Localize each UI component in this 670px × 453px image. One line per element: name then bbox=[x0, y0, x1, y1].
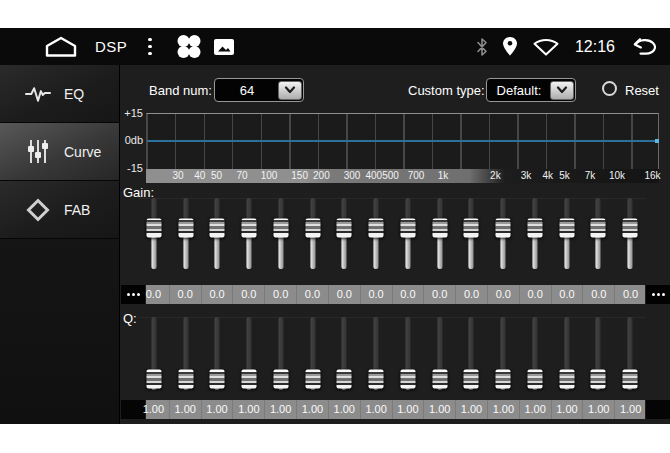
slider-thumb[interactable] bbox=[337, 369, 352, 388]
sidebar-item-label: FAB bbox=[64, 202, 90, 218]
slider-thumb[interactable] bbox=[527, 219, 542, 238]
q-slider[interactable] bbox=[519, 317, 551, 393]
slider-thumb[interactable] bbox=[305, 219, 320, 238]
slider-thumb[interactable] bbox=[623, 219, 638, 238]
slider-thumb[interactable] bbox=[210, 369, 225, 388]
slider-thumb[interactable] bbox=[400, 219, 415, 238]
more-right-icon[interactable] bbox=[646, 285, 670, 304]
freq-tick-label: 40 bbox=[194, 170, 205, 181]
y-axis-label-minus15: -15 bbox=[121, 162, 143, 174]
q-value: 1.00 bbox=[232, 400, 264, 419]
q-value: 1.00 bbox=[296, 400, 328, 419]
gain-slider[interactable] bbox=[297, 198, 329, 272]
slider-thumb[interactable] bbox=[369, 219, 384, 238]
gain-slider[interactable] bbox=[551, 198, 583, 272]
gain-slider[interactable] bbox=[614, 198, 646, 272]
slider-thumb[interactable] bbox=[559, 219, 574, 238]
slider-thumb[interactable] bbox=[527, 369, 542, 388]
freq-tick-label: 400 bbox=[365, 170, 382, 181]
gallery-icon[interactable] bbox=[214, 39, 234, 55]
slider-thumb[interactable] bbox=[591, 219, 606, 238]
q-slider[interactable] bbox=[456, 317, 488, 393]
gain-slider[interactable] bbox=[329, 198, 361, 272]
q-slider[interactable] bbox=[487, 317, 519, 393]
slider-thumb[interactable] bbox=[432, 369, 447, 388]
slider-thumb[interactable] bbox=[464, 369, 479, 388]
slider-thumb[interactable] bbox=[242, 369, 257, 388]
slider-thumb[interactable] bbox=[496, 219, 511, 238]
slider-thumb[interactable] bbox=[591, 369, 606, 388]
q-slider-row bbox=[138, 317, 646, 393]
slider-thumb[interactable] bbox=[496, 369, 511, 388]
frequency-axis: 304050701001502003004005007001k2k3k4k5k7… bbox=[146, 169, 659, 183]
gain-value: 0.0 bbox=[328, 285, 360, 304]
q-slider[interactable] bbox=[551, 317, 583, 393]
band-num-dropdown[interactable]: 64 bbox=[214, 78, 304, 102]
apps-clover-icon[interactable] bbox=[176, 34, 202, 59]
slider-thumb[interactable] bbox=[432, 219, 447, 238]
q-slider[interactable] bbox=[170, 317, 202, 393]
gain-slider[interactable] bbox=[202, 198, 234, 272]
slider-thumb[interactable] bbox=[146, 369, 161, 388]
slider-thumb[interactable] bbox=[337, 219, 352, 238]
chevron-down-icon[interactable] bbox=[278, 81, 302, 100]
chevron-down-icon[interactable] bbox=[550, 81, 574, 100]
gain-slider[interactable] bbox=[583, 198, 615, 272]
gain-slider[interactable] bbox=[487, 198, 519, 272]
slider-thumb[interactable] bbox=[146, 219, 161, 238]
slider-thumb[interactable] bbox=[559, 369, 574, 388]
q-slider[interactable] bbox=[424, 317, 456, 393]
back-icon[interactable] bbox=[630, 37, 658, 56]
q-values-row: 1.001.001.001.001.001.001.001.001.001.00… bbox=[121, 400, 670, 419]
gain-value: 0.0 bbox=[264, 285, 296, 304]
slider-thumb[interactable] bbox=[210, 219, 225, 238]
gain-slider[interactable] bbox=[456, 198, 488, 272]
gain-slider[interactable] bbox=[233, 198, 265, 272]
q-slider[interactable] bbox=[265, 317, 297, 393]
custom-type-dropdown[interactable]: Default: bbox=[486, 78, 576, 102]
gain-slider[interactable] bbox=[138, 198, 170, 272]
gain-slider[interactable] bbox=[360, 198, 392, 272]
q-slider[interactable] bbox=[614, 317, 646, 393]
freq-tick-label: 7k bbox=[585, 170, 596, 181]
bluetooth-icon bbox=[476, 38, 488, 56]
slider-thumb[interactable] bbox=[273, 219, 288, 238]
gain-slider[interactable] bbox=[392, 198, 424, 272]
q-slider[interactable] bbox=[583, 317, 615, 393]
q-value: 1.00 bbox=[392, 400, 424, 419]
sidebar: EQCurveFAB bbox=[0, 65, 120, 424]
q-slider[interactable] bbox=[392, 317, 424, 393]
slider-thumb[interactable] bbox=[242, 219, 257, 238]
gain-slider[interactable] bbox=[519, 198, 551, 272]
gain-slider[interactable] bbox=[170, 198, 202, 272]
q-value: 1.00 bbox=[582, 400, 614, 419]
slider-thumb[interactable] bbox=[305, 369, 320, 388]
gain-value: 0.0 bbox=[582, 285, 614, 304]
q-slider[interactable] bbox=[233, 317, 265, 393]
slider-thumb[interactable] bbox=[464, 219, 479, 238]
gain-slider[interactable] bbox=[424, 198, 456, 272]
q-slider[interactable] bbox=[297, 317, 329, 393]
q-slider[interactable] bbox=[360, 317, 392, 393]
reset-radio[interactable] bbox=[602, 81, 617, 96]
q-slider[interactable] bbox=[329, 317, 361, 393]
slider-thumb[interactable] bbox=[400, 369, 415, 388]
q-slider[interactable] bbox=[138, 317, 170, 393]
sidebar-item-eq[interactable]: EQ bbox=[0, 65, 119, 123]
overflow-menu-icon[interactable] bbox=[144, 34, 156, 60]
sidebar-item-curve[interactable]: Curve bbox=[0, 123, 119, 181]
q-value: 1.00 bbox=[328, 400, 360, 419]
slider-thumb[interactable] bbox=[623, 369, 638, 388]
q-value: 1.00 bbox=[264, 400, 296, 419]
home-icon[interactable] bbox=[44, 35, 78, 58]
q-slider[interactable] bbox=[202, 317, 234, 393]
gain-slider[interactable] bbox=[265, 198, 297, 272]
gain-value: 0.0 bbox=[232, 285, 264, 304]
slider-thumb[interactable] bbox=[178, 369, 193, 388]
slider-thumb[interactable] bbox=[369, 369, 384, 388]
slider-thumb[interactable] bbox=[178, 219, 193, 238]
sidebar-item-fab[interactable]: FAB bbox=[0, 181, 119, 239]
reset-label[interactable]: Reset bbox=[625, 83, 659, 98]
slider-thumb[interactable] bbox=[273, 369, 288, 388]
head-unit-screen: DSP 12:16 bbox=[0, 28, 670, 424]
